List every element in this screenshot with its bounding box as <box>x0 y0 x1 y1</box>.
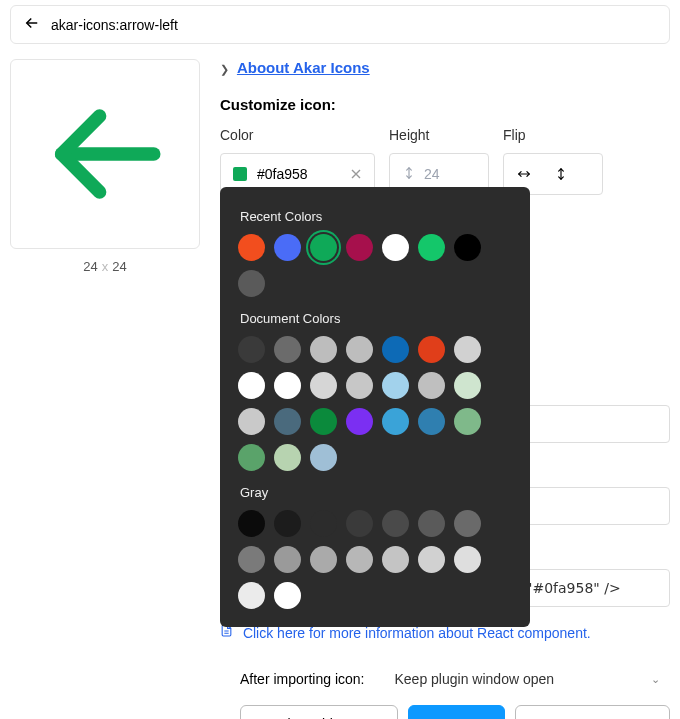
color-swatch[interactable] <box>346 372 373 399</box>
color-swatch[interactable] <box>418 372 445 399</box>
back-icon[interactable] <box>23 14 41 35</box>
clear-color-icon[interactable] <box>350 168 362 180</box>
after-importing-value: Keep plugin window open <box>395 671 555 687</box>
color-swatch[interactable] <box>418 336 445 363</box>
color-swatch[interactable] <box>382 336 409 363</box>
color-swatch[interactable] <box>382 372 409 399</box>
color-swatch[interactable] <box>238 408 265 435</box>
height-value: 24 <box>424 166 440 182</box>
gray-colors-grid <box>238 510 512 609</box>
breadcrumb-title: akar-icons:arrow-left <box>51 17 178 33</box>
color-swatch[interactable] <box>310 372 337 399</box>
color-swatch[interactable] <box>346 510 373 537</box>
import-component-button[interactable]: Import as Component <box>515 705 670 719</box>
color-swatch[interactable] <box>346 234 373 261</box>
recent-colors-label: Recent Colors <box>240 209 512 224</box>
after-importing-label: After importing icon: <box>240 671 365 687</box>
recent-colors-grid <box>238 234 512 297</box>
color-swatch[interactable] <box>454 234 481 261</box>
color-swatch[interactable] <box>310 408 337 435</box>
color-swatch[interactable] <box>274 444 301 471</box>
color-label: Color <box>220 127 375 143</box>
color-picker-popover: Recent Colors Document Colors Gray <box>220 187 530 627</box>
about-link[interactable]: Aboout Akar Icons <box>237 59 370 76</box>
color-swatch[interactable] <box>274 510 301 537</box>
about-link-row: ❯ Aboout Akar Icons <box>220 59 670 76</box>
color-swatch[interactable] <box>274 408 301 435</box>
color-swatch[interactable] <box>382 234 409 261</box>
color-swatch[interactable] <box>310 444 337 471</box>
color-swatch[interactable] <box>454 546 481 573</box>
color-swatch[interactable] <box>454 372 481 399</box>
doc-icon <box>220 625 237 641</box>
color-swatch[interactable] <box>346 546 373 573</box>
height-label: Height <box>389 127 489 143</box>
react-info-link[interactable]: Click here for more information about Re… <box>243 625 591 641</box>
color-swatch[interactable] <box>238 336 265 363</box>
color-swatch[interactable] <box>238 546 265 573</box>
color-swatch[interactable] <box>346 336 373 363</box>
chevron-down-icon: ⌄ <box>651 673 660 686</box>
color-swatch[interactable] <box>274 546 301 573</box>
flip-vertical-button[interactable] <box>554 166 568 182</box>
after-importing-select[interactable]: Keep plugin window open ⌄ <box>395 671 671 687</box>
color-swatch[interactable] <box>274 582 301 609</box>
replace-button[interactable]: Replace "bi:arrow-left" <box>240 705 398 719</box>
document-colors-label: Document Colors <box>240 311 512 326</box>
color-swatch[interactable] <box>454 336 481 363</box>
color-swatch[interactable] <box>274 336 301 363</box>
color-swatch[interactable] <box>418 234 445 261</box>
icon-preview <box>10 59 200 249</box>
color-swatch-icon <box>233 167 247 181</box>
color-field: Color #0fa958 <box>220 127 375 195</box>
color-swatch[interactable] <box>310 336 337 363</box>
customize-heading: Customize icon: <box>220 96 670 113</box>
color-swatch[interactable] <box>382 510 409 537</box>
color-swatch[interactable] <box>238 270 265 297</box>
preview-dimensions: 24x24 <box>10 259 200 274</box>
height-arrows-icon <box>402 166 416 183</box>
color-swatch[interactable] <box>274 372 301 399</box>
color-swatch[interactable] <box>346 408 373 435</box>
color-swatch[interactable] <box>238 582 265 609</box>
color-swatch[interactable] <box>310 546 337 573</box>
gray-colors-label: Gray <box>240 485 512 500</box>
color-swatch[interactable] <box>274 234 301 261</box>
breadcrumb: akar-icons:arrow-left <box>10 5 670 44</box>
color-swatch[interactable] <box>238 234 265 261</box>
import-icon-button[interactable]: Import Icon <box>408 705 505 719</box>
color-swatch[interactable] <box>418 408 445 435</box>
color-swatch[interactable] <box>382 408 409 435</box>
color-swatch[interactable] <box>454 510 481 537</box>
color-swatch[interactable] <box>238 372 265 399</box>
color-swatch[interactable] <box>418 510 445 537</box>
height-field: Height 24 <box>389 127 489 195</box>
chevron-right-icon: ❯ <box>220 63 229 75</box>
flip-field: Flip <box>503 127 603 195</box>
color-swatch[interactable] <box>238 510 265 537</box>
flip-label: Flip <box>503 127 603 143</box>
color-swatch[interactable] <box>418 546 445 573</box>
arrow-left-icon <box>40 89 170 219</box>
document-colors-grid <box>238 336 512 471</box>
color-swatch[interactable] <box>454 408 481 435</box>
color-swatch[interactable] <box>310 234 337 261</box>
color-value: #0fa958 <box>257 166 308 182</box>
flip-horizontal-button[interactable] <box>516 167 532 181</box>
color-swatch[interactable] <box>382 546 409 573</box>
color-swatch[interactable] <box>238 444 265 471</box>
color-swatch[interactable] <box>310 510 337 537</box>
